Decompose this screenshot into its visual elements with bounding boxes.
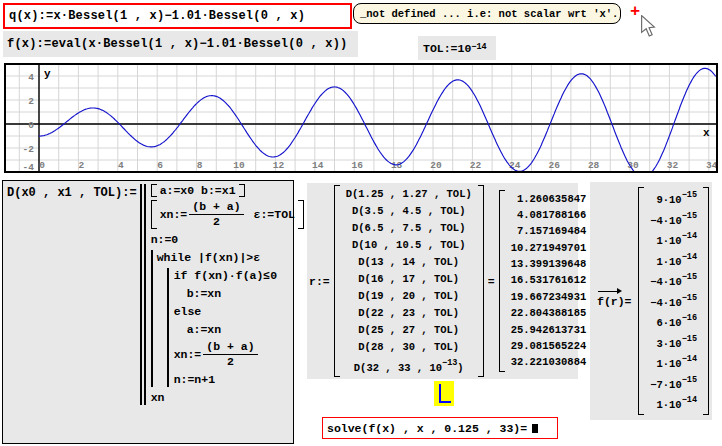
svg-text:2: 2 (28, 96, 34, 107)
svg-text:2: 2 (79, 160, 85, 171)
fr-value-cell: 1·10−14 (650, 230, 697, 249)
q-definition-region[interactable]: q(x):=x·Bessel(1 , x)−1.01·Bessel(0 , x) (3, 3, 352, 29)
r-value-cell: 32.221030884 (511, 355, 587, 370)
xn-assign: xn:= (160, 208, 188, 221)
q-definition-text: q(x):=x·Bessel(1 , x)−1.01·Bessel(0 , x) (9, 9, 305, 23)
svg-text:y: y (44, 68, 51, 80)
xn-assign: xn:= (174, 348, 202, 361)
program-outer-bar: a:=x0 b:=x1 xn:= (b + a) 2 ε:=TOL n:=0 (140, 184, 304, 405)
left-bracket-icon (151, 184, 157, 197)
svg-text:12: 12 (273, 160, 285, 171)
r-value-cell: 1.260635847 (511, 192, 587, 207)
fraction: (b + a) 2 (189, 200, 243, 229)
r-value-cell: 7.157169484 (511, 224, 587, 239)
fr-value-cell: 1·10−14 (650, 394, 697, 413)
svg-text:8: 8 (197, 160, 203, 171)
epsilon-assign: ε:=TOL (254, 208, 295, 221)
svg-text:4: 4 (118, 160, 124, 171)
tol-definition-region[interactable]: TOL:=10−14 (418, 36, 496, 60)
r-call-cell: D(25 , 27 , TOL) (346, 323, 472, 338)
svg-text:26: 26 (548, 160, 560, 171)
r-value-cell: 22.804388185 (511, 306, 587, 321)
mathcad-worksheet: q(x):=x·Bessel(1 , x)−1.01·Bessel(0 , x)… (0, 0, 722, 446)
svg-text:0: 0 (28, 120, 34, 131)
fr-value-cell: 1·10−14 (650, 251, 697, 270)
svg-text:22: 22 (470, 160, 482, 171)
svg-text:34: 34 (706, 160, 716, 171)
svg-text:28: 28 (588, 160, 600, 171)
svg-text:6: 6 (157, 160, 163, 171)
mouse-pointer-icon (640, 15, 656, 37)
r-calls-column: D(1.25 , 1.27 , TOL)D(3.5 , 4.5 , TOL)D(… (343, 185, 475, 377)
fr-value-cell: 3·10−15 (650, 333, 697, 352)
r-value-cell: 16.531761612 (511, 273, 587, 288)
svg-text:x: x (703, 127, 710, 139)
fr-value-cell: −4·10−15 (650, 292, 697, 311)
fr-value-cell: 6·10−16 (650, 312, 697, 331)
matrix-left-bracket-icon (638, 187, 644, 415)
program-header: D(x0 , x1 , TOL):= (7, 186, 137, 200)
bisection-program-region[interactable]: D(x0 , x1 , TOL):= a:=x0 b:=x1 xn:= (b +… (2, 180, 294, 444)
r-call-cell: D(19 , 20 , TOL) (346, 289, 472, 304)
f-definition-region[interactable]: f(x):=eval(x·Bessel(1 , x)−1.01·Bessel(0… (3, 31, 358, 57)
r-vector-region[interactable]: r:= D(1.25 , 1.27 , TOL)D(3.5 , 4.5 , TO… (307, 183, 578, 379)
fraction-numerator: (b + a) (189, 200, 243, 215)
tol-base: TOL:=10 (423, 42, 471, 55)
tol-exponent: −14 (471, 42, 486, 52)
program-init-group: a:=x0 b:=x1 (151, 184, 304, 197)
fr-value-cell: −4·10−15 (650, 271, 697, 290)
fraction-denominator: 2 (213, 215, 220, 229)
insertion-cursor-icon (439, 384, 451, 403)
n-init-statement: n:=0 (151, 232, 304, 247)
svg-text:4: 4 (28, 72, 34, 83)
right-bracket-icon (239, 184, 245, 197)
solve-region[interactable]: solve(f(x) , x , 0.125 , 33)= (322, 417, 558, 439)
svg-text:-4: -4 (23, 162, 35, 171)
program-xn-group: xn:= (b + a) 2 ε:=TOL (151, 200, 304, 229)
svg-text:18: 18 (391, 160, 403, 171)
r-call-cell: D(16 , 17 , TOL) (346, 272, 472, 287)
vectorize-arrow-icon (598, 291, 620, 292)
plot-canvas: 420-2-40246810121416182022242628303234yx (6, 65, 716, 171)
result-placeholder-square[interactable] (532, 424, 538, 433)
program-body: a:=x0 b:=x1 xn:= (b + a) 2 ε:=TOL n:=0 (144, 184, 304, 405)
svg-text:20: 20 (430, 160, 442, 171)
while-header: while |f(xn)|>ε (157, 250, 304, 265)
r-call-cell: D(6.5 , 7.5 , TOL) (346, 221, 472, 236)
else-keyword: else (174, 304, 304, 319)
q-curve (39, 68, 716, 171)
matrix-right-bracket-icon (478, 185, 484, 377)
fr-label: f(r) (597, 295, 625, 308)
insertion-cursor-highlight[interactable] (434, 381, 454, 406)
svg-text:-2: -2 (23, 144, 35, 155)
r-values-matrix: 1.2606358474.0817881667.15716948410.2719… (499, 190, 599, 372)
fraction-numerator: (b + a) (203, 340, 257, 355)
matrix-right-bracket-icon (703, 187, 709, 415)
else-body-statement: a:=xn (187, 322, 304, 337)
r-value-cell: 10.271949701 (511, 241, 587, 256)
r-value-cell: 29.081565224 (511, 339, 587, 354)
r-value-cell: 4.081788166 (511, 208, 587, 223)
f-definition-text: f(x):=eval(x·Bessel(1 , x)−1.01·Bessel(0… (7, 37, 347, 51)
if-statement: if f(xn)·f(a)≤0 (174, 268, 304, 283)
fr-value-cell: −7·10−15 (650, 374, 697, 393)
xy-plot-region[interactable]: 420-2-40246810121416182022242628303234yx (4, 63, 718, 173)
comment-note[interactable]: _not defined ... i.e: not scalar wrt 'x'… (353, 3, 621, 24)
equals-sign: = (625, 295, 632, 308)
r-call-cell: D(28 , 30 , TOL) (346, 340, 472, 355)
fr-vector-region[interactable]: f(r)= 9·10−15−4·10−151·10−141·10−14−4·10… (590, 182, 712, 420)
vectorized-fr: f(r) (597, 295, 625, 308)
fr-values-matrix: 9·10−15−4·10−151·10−141·10−14−4·10−15−4·… (638, 187, 709, 415)
svg-text:14: 14 (312, 160, 324, 171)
init-statement: a:=x0 b:=x1 (160, 184, 236, 197)
r-call-cell: D(3.5 , 4.5 , TOL) (346, 204, 472, 219)
fraction: (b + a) 2 (203, 340, 257, 369)
fr-value-cell: 1·10−14 (650, 353, 697, 372)
svg-text:10: 10 (233, 160, 245, 171)
fr-value-cell: −4·10−15 (650, 210, 697, 229)
r-call-cell: D(10 , 10.5 , TOL) (346, 238, 472, 253)
while-body-bar: if f(xn)·f(a)≤0 b:=xn else a:=xn xn:= (b… (167, 268, 304, 387)
r-label: r:= (309, 275, 330, 288)
r-call-cell: D(22 , 23 , TOL) (346, 306, 472, 321)
svg-text:16: 16 (351, 160, 363, 171)
